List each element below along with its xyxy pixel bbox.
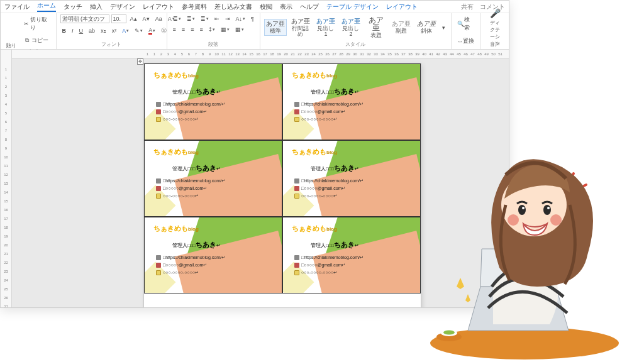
group-editing: 🔍検索 ↔置換 ▭選択 編集 xyxy=(452,13,481,49)
numbering-button[interactable]: ≣ xyxy=(185,14,197,23)
highlight-button[interactable]: ✎ xyxy=(133,26,145,35)
phone-icon xyxy=(156,117,161,122)
case-icon: Aa xyxy=(155,16,162,22)
style-normal[interactable]: あア亜標準 xyxy=(264,19,287,36)
tab-mailings[interactable]: 差し込み文書 xyxy=(214,3,252,11)
copy-icon: ⧉ xyxy=(23,36,31,45)
card-tel: ○○○-○○○○-○○○○↵ xyxy=(156,194,199,199)
business-card[interactable]: ちぁきめもblog管理人□□□ちあき↵□https://chiakimemobl… xyxy=(282,217,421,293)
numbering-icon: ≣ xyxy=(187,16,192,22)
tab-touch[interactable]: タッチ xyxy=(64,3,82,11)
subscript-button[interactable]: x₂ xyxy=(99,26,108,35)
shading-button[interactable]: ▦ xyxy=(219,25,231,34)
group-label-paragraph: 段落 xyxy=(171,40,256,49)
tab-insert[interactable]: 挿入 xyxy=(90,3,103,11)
share-button[interactable]: 共有 xyxy=(461,3,474,10)
business-card[interactable]: ちぁきめもblog管理人□□□ちあき↵□https://chiakimemobl… xyxy=(282,140,421,217)
card-url: □https://chiakimemoblog.com/↵ xyxy=(294,255,364,260)
strike-button[interactable]: ab xyxy=(87,26,97,35)
business-card[interactable]: ちぁきめもblog管理人□□□ちあき↵□https://chiakimemobl… xyxy=(144,140,282,217)
font-family-select[interactable]: 游明朝 (本文のフ xyxy=(60,14,109,23)
align-right-button[interactable]: ≡ xyxy=(189,25,196,34)
tab-view[interactable]: 表示 xyxy=(280,3,292,11)
align-center-button[interactable]: ≡ xyxy=(180,25,187,34)
replace-button[interactable]: ↔置換 xyxy=(455,36,476,47)
text-effect-button[interactable]: A xyxy=(120,26,131,35)
phone-icon xyxy=(294,194,299,199)
copy-button[interactable]: ⧉コピー xyxy=(21,35,52,46)
tab-layout[interactable]: レイアウト xyxy=(143,3,174,11)
style-heading2[interactable]: あア亜見出し 2 xyxy=(340,16,362,39)
card-logo: ちぁきめもblog xyxy=(292,224,337,233)
style-emphasis[interactable]: あア亜斜体 xyxy=(415,19,438,36)
globe-icon xyxy=(156,178,161,184)
tab-home[interactable]: ホーム xyxy=(37,1,56,12)
replace-label: 置換 xyxy=(463,37,474,45)
card-manager: 管理人□□□ちあき↵ xyxy=(172,163,221,173)
multilevel-button[interactable]: ≣ xyxy=(199,14,211,23)
tab-help[interactable]: ヘルプ xyxy=(300,3,319,11)
cut-label: 切り取り xyxy=(30,16,50,32)
sort-button[interactable]: A↓ xyxy=(234,14,248,23)
style-title[interactable]: あア亜表題 xyxy=(365,14,387,40)
business-card[interactable]: ちぁきめもblog管理人□□□ちあき↵□https://chiakimemobl… xyxy=(144,63,282,140)
card-logo: ちぁきめもblog xyxy=(153,70,199,80)
italic-button[interactable]: I xyxy=(70,26,75,35)
borders-button[interactable]: ▦ xyxy=(233,25,246,34)
show-marks-button[interactable]: ¶ xyxy=(249,14,256,23)
horizontal-ruler[interactable]: 1123456789101112131415161718192021222324… xyxy=(12,50,509,58)
increase-indent-button[interactable]: ⇥ xyxy=(223,14,232,23)
change-case-button[interactable]: Aa xyxy=(153,14,164,23)
mail-icon xyxy=(294,109,299,114)
find-label: 検索 xyxy=(464,16,475,32)
decrease-indent-button[interactable]: ⇤ xyxy=(213,14,221,23)
business-card[interactable]: ちぁきめもblog管理人□□□ちあき↵□https://chiakimemobl… xyxy=(144,217,282,293)
vertical-ruler[interactable]: 1123456789101112131415161718192021222324… xyxy=(1,50,12,307)
tab-file[interactable]: ファイル xyxy=(4,3,30,11)
card-mail: □○○○○○@gmail.com↵ xyxy=(156,109,207,114)
style-nospacing[interactable]: あア亜行間詰め xyxy=(289,16,312,39)
font-size-select[interactable]: 10. xyxy=(111,14,126,23)
style-subtitle[interactable]: あア亜副題 xyxy=(390,19,413,36)
superscript-button[interactable]: x² xyxy=(110,26,119,35)
align-left-button[interactable]: ≡ xyxy=(171,25,178,34)
bold-button[interactable]: B xyxy=(60,26,69,35)
tab-review[interactable]: 校閲 xyxy=(260,3,272,11)
style-heading1[interactable]: あア亜見出し 1 xyxy=(314,16,337,39)
pilcrow-icon: ¶ xyxy=(251,16,254,22)
underline-icon: U xyxy=(79,28,84,34)
svg-point-12 xyxy=(518,205,526,215)
dictation-button[interactable]: 🎤 ディクテーション xyxy=(488,19,502,36)
underline-button[interactable]: U xyxy=(77,26,86,35)
tab-table-layout[interactable]: レイアウト xyxy=(386,3,418,11)
phone-icon xyxy=(156,194,161,199)
find-button[interactable]: 🔍検索 xyxy=(455,14,477,33)
bold-icon: B xyxy=(62,28,67,34)
cut-button[interactable]: ✂切り取り xyxy=(21,14,52,33)
bullets-icon: ≣ xyxy=(173,16,178,22)
svg-point-13 xyxy=(543,205,551,215)
svg-point-15 xyxy=(547,207,550,209)
table-move-handle[interactable]: ✥ xyxy=(137,58,143,65)
svg-point-17 xyxy=(550,214,562,226)
card-manager: 管理人□□□ちあき↵ xyxy=(172,87,221,96)
shrink-font-button[interactable]: A▾ xyxy=(141,14,152,23)
group-label-voice: 音声 xyxy=(485,40,505,49)
font-color-button[interactable]: A xyxy=(147,26,157,36)
line-spacing-button[interactable]: ‡ xyxy=(207,25,217,34)
tab-design[interactable]: デザイン xyxy=(110,3,135,11)
business-card[interactable]: ちぁきめもblog管理人□□□ちあき↵□https://chiakimemobl… xyxy=(282,63,421,140)
card-logo: ちぁきめもblog xyxy=(292,70,337,80)
justify-button[interactable]: ≡ xyxy=(197,25,204,34)
bullets-button[interactable]: ≣ xyxy=(171,14,183,23)
align-center-icon: ≡ xyxy=(182,26,185,33)
styles-more-button[interactable]: ▾ xyxy=(440,23,447,32)
globe-icon xyxy=(294,102,299,107)
group-styles: あア亜標準 あア亜行間詰め あア亜見出し 1 あア亜見出し 2 あア亜表題 あア… xyxy=(260,13,452,49)
mail-icon xyxy=(156,109,161,114)
tab-table-design[interactable]: テーブル デザイン xyxy=(326,3,379,11)
page[interactable]: ちぁきめもblog管理人□□□ちあき↵□https://chiakimemobl… xyxy=(144,63,421,307)
grow-font-button[interactable]: A▴ xyxy=(128,14,139,23)
card-logo: ちぁきめもblog xyxy=(153,224,199,233)
tab-references[interactable]: 参考資料 xyxy=(182,3,207,11)
